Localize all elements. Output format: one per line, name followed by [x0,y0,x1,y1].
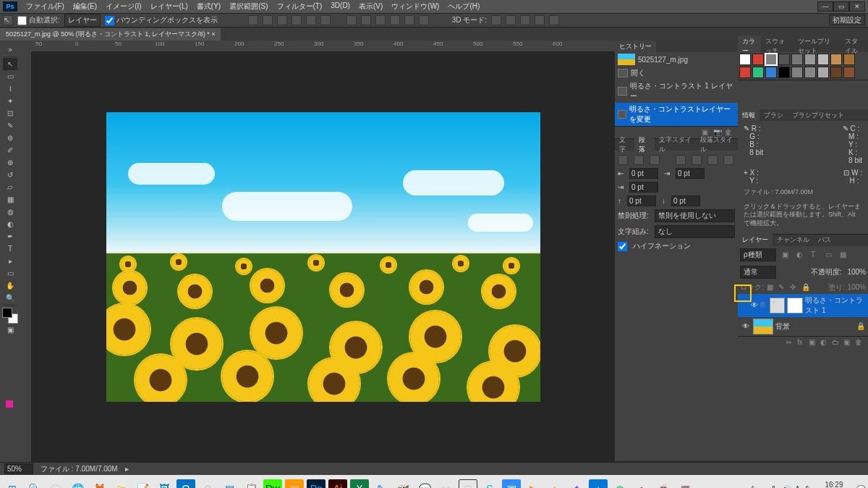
media-icon[interactable]: ▶ [524,479,542,488]
swatch[interactable] [804,54,816,65]
trash-icon[interactable]: 🗑 [855,338,865,347]
app-icon[interactable]: ▦ [676,479,694,488]
rectangle-tool[interactable]: ▭ [3,267,17,279]
app-icon[interactable]: ✎ [372,479,391,488]
hand-tool[interactable]: ✋ [3,279,17,292]
document-tab[interactable]: 5025127_m.jpg @ 50% (明るさ・コントラスト 1, レイヤーマ… [0,28,221,41]
swatch[interactable] [752,67,764,78]
mojigumi-select[interactable]: なし [655,225,735,238]
justify-icon[interactable] [676,155,686,165]
layer-style-icon[interactable]: fx [797,338,807,347]
tab-character[interactable]: 文字 [615,134,634,156]
tray-clock[interactable]: 16:29 2021/08/14 [816,481,852,488]
swatch[interactable] [817,67,829,78]
app-icon[interactable]: ▤ [220,479,239,488]
excel-icon[interactable]: X [350,479,369,488]
move-tool-icon[interactable]: ↖ [3,15,13,25]
dodge-tool[interactable]: ◐ [3,218,17,230]
align-icon[interactable] [306,15,316,25]
visibility-toggle[interactable] [741,301,749,310]
indent-left-input[interactable] [629,168,658,179]
app-icon[interactable]: 📋 [242,479,260,488]
swatch[interactable] [817,54,829,65]
brush-tool[interactable]: ✐ [3,144,17,156]
menu-layer[interactable]: レイヤー(L) [146,0,192,13]
app-icon[interactable]: ◆ [567,479,586,488]
space-before-input[interactable] [627,195,656,206]
swatch[interactable] [739,54,751,65]
3d-mode-icon[interactable] [520,15,530,25]
3d-mode-icon[interactable] [506,15,516,25]
swatch[interactable] [804,67,816,78]
tab-paths[interactable]: パス [814,234,835,246]
tray-volume-icon[interactable]: 🔊 [782,485,791,489]
auto-select-checkbox[interactable] [17,16,27,25]
menu-filter[interactable]: フィルター(T) [273,0,327,13]
lock-position-icon[interactable]: ✎ [778,283,787,292]
notepad-icon[interactable]: 📝 [133,479,152,488]
3d-mode-icon[interactable] [491,15,501,25]
app-icon[interactable]: ☕ [654,479,673,488]
align-icon[interactable] [263,15,273,25]
distribute-icon[interactable] [346,15,357,25]
align-icon[interactable] [292,15,302,25]
menu-3d[interactable]: 3D(D) [326,0,354,13]
chrome-icon[interactable]: 🌐 [68,479,87,488]
dreamweaver-icon[interactable]: Dw [263,479,282,488]
chevron-right-icon[interactable]: ▸ [125,465,129,473]
align-icon[interactable] [320,15,331,25]
justify-icon[interactable] [723,155,733,165]
collapse-icon[interactable]: » [3,43,17,56]
zoom-input[interactable] [4,463,33,474]
swatch[interactable] [843,54,855,65]
tab-channels[interactable]: チャンネル [773,234,814,246]
history-step[interactable]: 明るさ・コントラストレイヤーを変更 [615,103,738,126]
link-layers-icon[interactable]: ⇔ [786,338,796,347]
firefox-icon[interactable]: 🦊 [90,479,109,488]
menu-file[interactable]: ファイル(F) [22,0,69,13]
fg-color-swatch[interactable] [2,308,12,318]
history-brush-tool[interactable]: ↺ [3,169,17,181]
app-icon[interactable]: 💬 [415,479,434,488]
space-after-input[interactable] [671,195,700,206]
align-icon[interactable] [277,15,287,25]
layer-row-background[interactable]: 👁 背景 🔒 [738,317,868,336]
minimize-button[interactable]: — [817,1,833,12]
distribute-icon[interactable] [375,15,386,25]
kinsoku-select[interactable]: 禁則を使用しない [655,209,735,222]
tray-network-icon[interactable]: 🖧 [770,485,778,489]
crop-tool[interactable]: ⊡ [3,107,17,119]
history-tab[interactable]: ヒストリー [615,41,656,53]
start-button[interactable]: ⊞ [3,479,22,488]
healing-brush-tool[interactable]: ⊛ [3,132,17,144]
sublime-icon[interactable]: ▤ [285,479,304,488]
marquee-tool[interactable]: ▭ [3,70,17,83]
lasso-tool[interactable]: ⌇ [3,83,17,95]
first-line-input[interactable] [629,182,658,193]
group-icon[interactable]: 🗀 [832,338,842,347]
swatch[interactable] [765,54,777,65]
swatch[interactable] [765,67,777,78]
visibility-eye-icon[interactable]: 👁 [751,301,759,310]
magic-wand-tool[interactable]: ✦ [3,95,17,107]
app-icon[interactable]: 🦋 [393,479,412,488]
close-button[interactable]: ✕ [849,1,865,12]
tab-paragraph[interactable]: 段落 [634,134,654,156]
justify-icon[interactable] [692,155,702,165]
menu-edit[interactable]: 編集(E) [69,0,101,13]
layer-row-adjustment[interactable]: 👁 𝄜 ☀ 明るさ・コントラスト 1 [738,294,868,317]
swatch[interactable] [778,54,790,65]
menu-type[interactable]: 書式(Y) [192,0,225,13]
layer-name[interactable]: 明るさ・コントラスト 1 [805,295,865,316]
clone-stamp-tool[interactable]: ⊕ [3,156,17,169]
layer-mask-icon[interactable]: ▣ [809,338,819,347]
history-snapshot[interactable]: 5025127_m.jpg [615,52,738,67]
fill-value[interactable]: 100% [847,283,866,291]
eraser-tool[interactable]: ▱ [3,181,17,193]
workspace-select[interactable]: 初期設定 [829,14,865,25]
maximize-button[interactable]: ▭ [833,1,849,12]
record-icon[interactable]: ● [632,479,651,488]
explorer-icon[interactable]: 🗂 [111,479,130,488]
filter-shape-icon[interactable]: ▭ [825,251,834,259]
filter-type-icon[interactable]: T [811,251,820,259]
